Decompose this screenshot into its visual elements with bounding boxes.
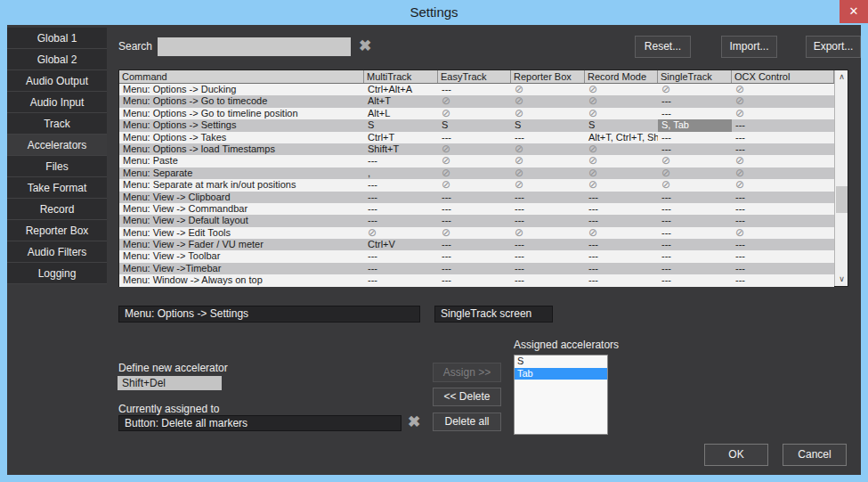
sidebar-item-take-format[interactable]: Take Format: [7, 177, 107, 199]
assigned-accelerator-item[interactable]: S: [515, 355, 607, 368]
accelerator-cell[interactable]: ---: [364, 203, 438, 215]
export-button[interactable]: Export...: [806, 36, 861, 58]
column-header[interactable]: OCX Control: [732, 70, 834, 83]
close-button[interactable]: ✕: [840, 0, 868, 23]
assigned-accelerators-list[interactable]: STab: [514, 355, 608, 435]
accelerator-cell[interactable]: ⊘: [658, 155, 732, 167]
accelerator-cell[interactable]: ---: [511, 239, 585, 250]
command-cell[interactable]: Menu: Options -> load Timestamps: [119, 143, 364, 155]
accelerator-cell[interactable]: ⊘: [438, 155, 511, 167]
table-row[interactable]: Menu: Separate,⊘⊘⊘⊘⊘: [119, 167, 834, 179]
accelerator-cell[interactable]: ⊘: [585, 95, 658, 107]
accelerator-cell[interactable]: ⊘: [732, 227, 834, 239]
sidebar-item-logging[interactable]: Logging: [7, 263, 107, 284]
accelerator-cell[interactable]: S: [438, 119, 511, 131]
accelerator-cell[interactable]: ---: [732, 250, 834, 262]
accelerator-cell[interactable]: ---: [732, 239, 834, 250]
column-header[interactable]: SingleTrack: [658, 70, 732, 83]
accelerator-cell[interactable]: Ctrl+V: [364, 239, 438, 250]
accelerator-cell[interactable]: ---: [658, 250, 732, 262]
accelerator-cell[interactable]: ---: [511, 250, 585, 262]
accelerator-cell[interactable]: ⊘: [511, 179, 585, 191]
sidebar-item-audio-input[interactable]: Audio Input: [7, 92, 107, 113]
accelerator-cell[interactable]: ---: [364, 215, 438, 226]
accelerator-cell[interactable]: ---: [732, 192, 834, 203]
table-row[interactable]: Menu: View -> Fader / VU meterCtrl+V----…: [119, 239, 834, 250]
accelerator-cell[interactable]: ---: [438, 132, 511, 143]
sidebar-item-accelerators[interactable]: Accelerators: [7, 135, 107, 156]
accelerator-cell[interactable]: ⊘: [364, 227, 438, 239]
column-header[interactable]: Reporter Box: [511, 70, 585, 83]
accelerator-cell[interactable]: ---: [658, 274, 732, 286]
accelerator-cell[interactable]: ⊘: [585, 155, 658, 167]
accelerator-cell[interactable]: Alt+T, Ctrl+T, Shi: [585, 132, 658, 143]
accelerator-cell[interactable]: Shift+T: [364, 143, 438, 155]
ok-button[interactable]: OK: [704, 444, 768, 466]
command-cell[interactable]: Menu: Options -> Settings: [119, 119, 364, 131]
accelerator-cell[interactable]: ⊘: [511, 143, 585, 155]
accelerator-cell[interactable]: ---: [585, 192, 658, 203]
new-accelerator-input[interactable]: [118, 376, 222, 390]
command-cell[interactable]: Menu: View -> Commandbar: [119, 203, 364, 215]
accelerator-cell[interactable]: ⊘: [658, 179, 732, 191]
table-row[interactable]: Menu: View -> Clipboard-----------------…: [119, 192, 834, 203]
accelerator-cell[interactable]: ---: [364, 263, 438, 274]
accelerator-cell[interactable]: ---: [364, 250, 438, 262]
clear-assigned-icon[interactable]: ✖: [404, 413, 424, 431]
command-cell[interactable]: Menu: Paste: [119, 155, 364, 167]
accelerator-cell[interactable]: ⊘: [732, 95, 834, 107]
selected-accelerator-cell[interactable]: S, Tab: [658, 119, 732, 131]
command-cell[interactable]: Menu: View -> Clipboard: [119, 192, 364, 203]
accelerator-cell[interactable]: S: [511, 119, 585, 131]
accelerator-cell[interactable]: ---: [511, 132, 585, 143]
accelerator-cell[interactable]: ---: [732, 203, 834, 215]
command-cell[interactable]: Menu: View -> Edit Tools: [119, 227, 364, 239]
column-header[interactable]: EasyTrack: [438, 70, 511, 83]
sidebar-item-audio-output[interactable]: Audio Output: [7, 70, 107, 92]
accelerator-cell[interactable]: ---: [438, 203, 511, 215]
table-row[interactable]: Menu: View ->Timebar------------------: [119, 263, 834, 274]
accelerator-cell[interactable]: ---: [585, 215, 658, 226]
accelerator-cell[interactable]: ---: [511, 274, 585, 286]
accelerator-cell[interactable]: ---: [732, 119, 834, 131]
accelerator-cell[interactable]: ---: [658, 239, 732, 250]
accelerator-cell[interactable]: ⊘: [585, 143, 658, 155]
accelerator-cell[interactable]: ⊘: [438, 179, 511, 191]
command-cell[interactable]: Menu: Window -> Always on top: [119, 274, 364, 286]
accelerator-cell[interactable]: ---: [511, 263, 585, 274]
column-header[interactable]: Command: [119, 70, 364, 83]
accelerator-cell[interactable]: ---: [438, 250, 511, 262]
sidebar-item-global-2[interactable]: Global 2: [7, 49, 107, 70]
sidebar-item-global-1[interactable]: Global 1: [7, 28, 107, 49]
accelerator-cell[interactable]: ---: [585, 263, 658, 274]
accelerator-cell[interactable]: ⊘: [585, 167, 658, 179]
accelerator-cell[interactable]: ⊘: [732, 167, 834, 179]
sidebar-item-reporter-box[interactable]: Reporter Box: [7, 220, 107, 241]
accelerator-cell[interactable]: ---: [438, 274, 511, 286]
cancel-button[interactable]: Cancel: [783, 444, 847, 466]
accelerator-cell[interactable]: ⊘: [438, 95, 511, 107]
accelerator-cell[interactable]: ⊘: [511, 108, 585, 119]
accelerator-cell[interactable]: ---: [438, 263, 511, 274]
sidebar-item-track[interactable]: Track: [7, 113, 107, 135]
accelerator-cell[interactable]: ---: [658, 192, 732, 203]
table-row[interactable]: Menu: Options -> Go to timeline position…: [119, 108, 834, 119]
assigned-accelerator-item[interactable]: Tab: [515, 368, 607, 380]
accelerator-cell[interactable]: S: [364, 119, 438, 131]
reset-button[interactable]: Reset...: [635, 36, 691, 58]
command-cell[interactable]: Menu: Separate: [119, 167, 364, 179]
delete-button[interactable]: << Delete: [433, 388, 501, 406]
sidebar-item-audio-filters[interactable]: Audio Filters: [7, 241, 107, 263]
accelerator-cell[interactable]: ⊘: [585, 108, 658, 119]
search-clear-icon[interactable]: ✖: [355, 37, 375, 55]
accelerator-cell[interactable]: ---: [732, 143, 834, 155]
table-row[interactable]: Menu: Options -> Go to timecodeAlt+T⊘⊘⊘-…: [119, 95, 834, 107]
column-header[interactable]: Record Mode: [585, 70, 658, 83]
command-cell[interactable]: Menu: View -> Default layout: [119, 215, 364, 226]
vertical-scrollbar[interactable]: ∧ ∨: [834, 70, 848, 286]
accelerator-cell[interactable]: Ctrl+Alt+A: [364, 84, 438, 95]
sidebar-item-record[interactable]: Record: [7, 199, 107, 220]
titlebar[interactable]: Settings ✕: [0, 0, 868, 25]
accelerator-cell[interactable]: ---: [364, 155, 438, 167]
column-header[interactable]: MultiTrack: [364, 70, 438, 83]
